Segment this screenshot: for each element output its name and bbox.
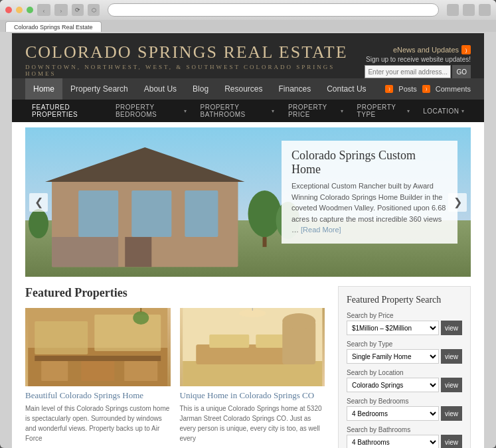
bedrooms-select[interactable]: 4 Bedrooms — [347, 406, 439, 421]
svg-rect-15 — [35, 321, 88, 354]
slider-next-button[interactable]: ❯ — [448, 193, 467, 212]
browser-tab[interactable]: Colorado Springs Real Estate — [5, 21, 102, 32]
bathrooms-view-button[interactable]: view — [441, 435, 462, 448]
nav-resources[interactable]: Resources — [216, 78, 270, 100]
sidebar: Featured Property Search Search by Price… — [338, 286, 471, 448]
hero-read-more[interactable]: [Read More] — [301, 226, 341, 234]
svg-rect-25 — [183, 361, 322, 386]
slider-prev-button[interactable]: ❮ — [29, 193, 48, 212]
location-view-button[interactable]: view — [441, 378, 462, 392]
sec-nav-type[interactable]: PROPERTY TYPE ▾ — [351, 100, 417, 122]
menu-icon[interactable] — [479, 4, 491, 16]
svg-point-21 — [133, 311, 149, 325]
property-grid: Beautiful Colorado Springs Home Main lev… — [25, 308, 325, 443]
nav-home[interactable]: Home — [25, 78, 62, 100]
nav-property-search[interactable]: Property Search — [62, 78, 136, 100]
minimize-button[interactable] — [16, 7, 23, 13]
forward-button[interactable]: › — [54, 4, 68, 16]
price-search-row: Search by Price $1Million – $2Million vi… — [347, 312, 462, 335]
property-thumbnail-2 — [180, 308, 325, 386]
svg-rect-10 — [263, 237, 267, 247]
price-view-button[interactable]: view — [441, 321, 462, 335]
property-card-desc-1: Main level of this Colorado Springs cust… — [25, 404, 171, 443]
svg-rect-19 — [81, 361, 114, 381]
address-bar[interactable] — [108, 3, 439, 17]
type-input-row: Single Family Home view — [347, 349, 462, 364]
browser-toolbar: ‹ › ⟳ ⬡ — [0, 0, 496, 20]
sidebar-search-box: Featured Property Search Search by Price… — [338, 286, 471, 448]
nav-about-us[interactable]: About Us — [136, 78, 185, 100]
svg-rect-18 — [41, 361, 68, 381]
property-card-title-2[interactable]: Unique Home in Colorado Springs CO — [180, 390, 325, 401]
chevron-right-icon: ❯ — [454, 196, 462, 208]
rss-comments-icon: ) — [422, 85, 430, 93]
nav-contact-us[interactable]: Contact Us — [319, 78, 374, 100]
type-select[interactable]: Single Family Home — [347, 349, 439, 364]
price-select[interactable]: $1Million – $2Million — [347, 321, 439, 335]
price-label: Search by Price — [347, 312, 462, 319]
rss-posts-icon: ) — [385, 85, 393, 93]
download-icon[interactable] — [463, 4, 475, 16]
refresh-icon[interactable]: ⟳ — [72, 4, 84, 16]
location-search-row: Search by Location Colorado Springs view — [347, 369, 462, 392]
nav-rss: ) Posts ) Comments — [385, 85, 471, 93]
sec-nav-bedrooms[interactable]: PROPERTY BEDROOMS ▾ — [109, 100, 194, 122]
svg-point-12 — [29, 209, 48, 238]
site-subtitle: Downtown, Northwest, West, & Southwest C… — [25, 64, 365, 77]
bedrooms-view-button[interactable]: view — [441, 406, 462, 421]
bedrooms-search-row: Search by Bedrooms 4 Bedrooms view — [347, 398, 462, 421]
rss-comments-label[interactable]: Comments — [436, 85, 471, 93]
svg-rect-16 — [94, 315, 161, 351]
location-label: Search by Location — [347, 369, 462, 376]
property-card-desc-2: This is a unique Colorado Springs home a… — [180, 404, 325, 443]
bathrooms-label: Search by Bathrooms — [347, 426, 462, 433]
svg-point-9 — [248, 190, 282, 237]
bathrooms-select[interactable]: 4 Bathrooms — [347, 435, 439, 448]
hero-text: Exceptional Custom Rancher built by Awar… — [291, 181, 448, 236]
sec-nav-bathrooms[interactable]: PROPERTY BATHROOMS ▾ — [194, 100, 282, 122]
sec-nav-price[interactable]: PROPERTY PRICE ▾ — [282, 100, 351, 122]
browser-window: ‹ › ⟳ ⬡ Colorado Springs Real Estate Col… — [0, 0, 496, 448]
type-label: Search by Type — [347, 340, 462, 348]
chevron-down-icon: ▾ — [461, 108, 465, 114]
sidebar-title: Featured Property Search — [347, 295, 462, 305]
rss-posts-label[interactable]: Posts — [398, 85, 417, 93]
chevron-down-icon: ▾ — [407, 108, 410, 114]
logo-block: Colorado Springs Real Estate Downtown, N… — [25, 42, 365, 77]
location-select[interactable]: Colorado Springs — [347, 378, 439, 392]
svg-point-32 — [282, 313, 315, 329]
nav-blog[interactable]: Blog — [185, 78, 216, 100]
main-content: Featured Properties — [12, 277, 484, 448]
svg-rect-17 — [35, 356, 161, 361]
enews-signup-text: Sign up to receive website updates! — [365, 56, 471, 63]
enews-label: eNews and Updates ) — [365, 45, 471, 54]
property-card-title-1[interactable]: Beautiful Colorado Springs Home — [25, 390, 171, 401]
bathrooms-input-row: 4 Bathrooms view — [347, 435, 462, 448]
featured-properties-title: Featured Properties — [25, 286, 325, 300]
site-title[interactable]: Colorado Springs Real Estate — [25, 42, 365, 62]
sec-nav-featured[interactable]: FEATURED PROPERTIES — [25, 100, 109, 122]
maximize-button[interactable] — [27, 7, 33, 13]
location-input-row: Colorado Springs view — [347, 378, 462, 392]
rss-icon: ) — [461, 45, 471, 54]
enews-submit-button[interactable]: GO — [452, 65, 471, 78]
type-view-button[interactable]: view — [441, 349, 462, 364]
back-button[interactable]: ‹ — [37, 4, 50, 16]
svg-rect-5 — [131, 190, 171, 237]
sec-nav-location[interactable]: LOCATION ▾ — [416, 104, 471, 119]
content-left: Featured Properties — [25, 286, 325, 448]
share-icon[interactable]: ⬡ — [88, 4, 100, 16]
hero-slider: Colorado Springs Custom Home Exceptional… — [25, 127, 471, 277]
bedrooms-input-row: 4 Bedrooms view — [347, 406, 462, 421]
bookmark-icon[interactable] — [447, 4, 459, 16]
bedrooms-label: Search by Bedrooms — [347, 398, 462, 405]
hero-title: Colorado Springs Custom Home — [291, 149, 448, 177]
nav-finances[interactable]: Finances — [270, 78, 319, 100]
nav-links: Home Property Search About Us Blog Resou… — [25, 78, 374, 100]
close-button[interactable] — [5, 7, 12, 13]
price-input-row: $1Million – $2Million view — [347, 321, 462, 335]
enews-form: GO — [365, 65, 471, 78]
chevron-left-icon: ❮ — [35, 196, 43, 208]
email-field[interactable] — [365, 65, 451, 78]
bathrooms-search-row: Search by Bathrooms 4 Bathrooms view — [347, 426, 462, 448]
